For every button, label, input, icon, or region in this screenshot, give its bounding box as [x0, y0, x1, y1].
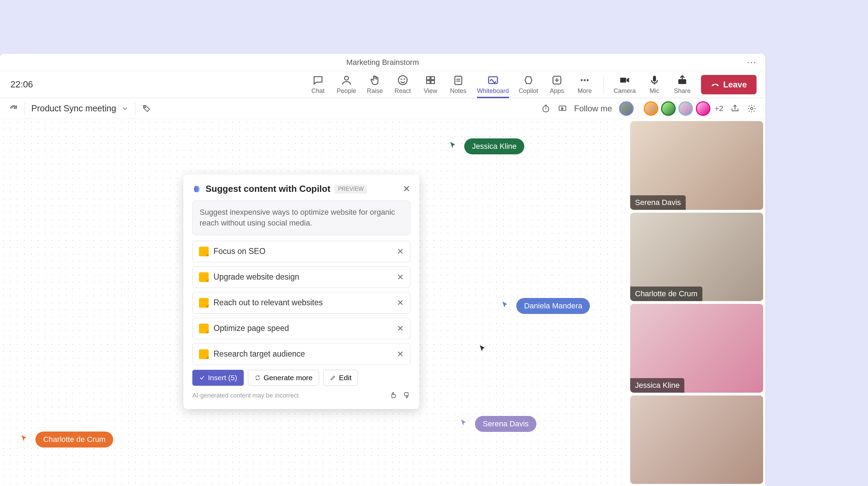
share-whiteboard-icon[interactable]	[730, 104, 740, 113]
toolbar-divider	[603, 76, 604, 93]
react-button[interactable]: React	[394, 74, 412, 95]
more-icon	[579, 74, 591, 86]
svg-rect-8	[455, 76, 462, 85]
settings-icon[interactable]	[747, 104, 757, 113]
chat-button[interactable]: Chat	[309, 74, 327, 95]
remove-suggestion-button[interactable]: ✕	[397, 298, 404, 308]
react-icon	[397, 74, 409, 86]
leave-button[interactable]: Leave	[701, 75, 757, 94]
avatar-overflow[interactable]: +2	[715, 104, 723, 113]
generate-more-button[interactable]: Generate more	[248, 370, 319, 386]
insert-button[interactable]: Insert (5)	[192, 370, 244, 386]
video-tile[interactable]: Jessica Kline	[630, 304, 763, 393]
copilot-logo-icon	[192, 185, 201, 194]
suggestion-item[interactable]: Upgrade website design ✕	[192, 266, 410, 288]
thumbs-up-button[interactable]	[390, 391, 397, 400]
cursor-jessica: Jessica Kline	[450, 136, 524, 154]
remove-suggestion-button[interactable]: ✕	[397, 324, 404, 333]
camera-icon	[619, 74, 631, 86]
svg-rect-9	[489, 77, 498, 84]
titlebar: Marketing Brainstorm ···	[0, 54, 765, 71]
apps-button[interactable]: Apps	[548, 74, 566, 95]
whiteboard-header: Product Sync meeting Follow me	[0, 98, 765, 119]
notes-button[interactable]: Notes	[449, 74, 467, 95]
meeting-toolbar: 22:06 Chat People Raise React View	[0, 71, 765, 98]
redo-icon[interactable]	[9, 104, 18, 113]
cursor-icon	[460, 419, 467, 426]
edit-button[interactable]: Edit	[323, 370, 358, 386]
remove-suggestion-button[interactable]: ✕	[397, 272, 404, 282]
copilot-button[interactable]: Copilot	[519, 74, 538, 95]
svg-rect-6	[426, 80, 430, 84]
main-content: Jessica Kline Daniela Mandera Serena Dav…	[0, 119, 765, 486]
remove-suggestion-button[interactable]: ✕	[397, 349, 404, 359]
cursor-charlotte: Charlotte de Crum	[21, 429, 113, 447]
copilot-prompt[interactable]: Suggest inexpensive ways to optimize web…	[192, 201, 410, 235]
ai-disclaimer: AI-generated content may be incorrect	[192, 392, 299, 399]
apps-icon	[551, 74, 563, 86]
more-options-icon[interactable]: ···	[747, 57, 757, 68]
divider	[135, 102, 135, 115]
cursor-daniela: Daniela Mandera	[502, 296, 590, 314]
whiteboard-button[interactable]: Whiteboard	[477, 74, 509, 98]
remove-suggestion-button[interactable]: ✕	[397, 247, 404, 256]
svg-point-0	[344, 76, 348, 80]
svg-point-1	[398, 76, 407, 85]
follow-me-label[interactable]: Follow me	[574, 104, 612, 113]
mic-icon	[649, 74, 660, 86]
preview-badge: PREVIEW	[335, 185, 367, 194]
sticky-note-icon	[199, 349, 209, 359]
svg-rect-7	[431, 80, 434, 84]
svg-point-16	[144, 106, 145, 108]
video-tile[interactable]: Charlotte de Crum	[630, 213, 763, 301]
copilot-icon	[523, 74, 534, 86]
avatar[interactable]	[644, 101, 658, 116]
copilot-panel: Suggest content with Copilot PREVIEW ✕ S…	[183, 174, 419, 409]
mic-button[interactable]: Mic	[645, 74, 663, 95]
svg-rect-4	[426, 77, 430, 80]
copilot-title: Suggest content with Copilot	[206, 184, 331, 194]
cursor-anon	[479, 344, 486, 353]
suggestion-item[interactable]: Optimize page speed ✕	[192, 318, 410, 339]
view-button[interactable]: View	[422, 74, 440, 95]
cursor-icon	[450, 141, 457, 149]
thumbs-down-icon	[403, 391, 410, 399]
avatar[interactable]	[661, 101, 676, 116]
timer-icon[interactable]	[541, 104, 551, 113]
notes-icon	[452, 74, 464, 86]
raise-hand-button[interactable]: Raise	[366, 74, 384, 95]
whiteboard-title-dropdown[interactable]: Product Sync meeting	[31, 103, 129, 113]
avatar[interactable]	[696, 101, 710, 116]
svg-rect-5	[431, 77, 434, 80]
avatar[interactable]	[678, 101, 693, 116]
tag-icon[interactable]	[142, 104, 151, 113]
sticky-note-icon	[199, 298, 209, 308]
raise-hand-icon	[369, 74, 381, 86]
check-icon	[199, 375, 205, 381]
more-button[interactable]: More	[576, 74, 594, 95]
camera-button[interactable]: Camera	[614, 74, 636, 95]
svg-point-12	[584, 79, 586, 81]
divider	[25, 102, 25, 115]
avatar[interactable]	[619, 101, 634, 116]
suggestion-item[interactable]: Reach out to relevant websites ✕	[192, 292, 410, 314]
whiteboard-canvas[interactable]: Jessica Kline Daniela Mandera Serena Dav…	[0, 119, 628, 486]
share-button[interactable]: Share	[673, 74, 691, 95]
svg-point-13	[587, 79, 589, 81]
close-button[interactable]: ✕	[403, 184, 410, 194]
svg-point-3	[404, 79, 404, 79]
svg-point-19	[751, 107, 753, 110]
suggestion-item[interactable]: Focus on SEO ✕	[192, 241, 410, 262]
people-button[interactable]: People	[337, 74, 356, 95]
thumbs-down-button[interactable]	[403, 391, 410, 400]
video-panel: Serena Davis Charlotte de Crum Jessica K…	[628, 119, 765, 486]
present-icon[interactable]	[558, 104, 567, 113]
leave-icon	[711, 80, 720, 89]
suggestion-item[interactable]: Research target audience ✕	[192, 343, 410, 365]
chat-icon	[312, 74, 324, 86]
video-tile[interactable]: Serena Davis	[630, 121, 763, 210]
participant-avatars[interactable]: +2	[619, 101, 723, 116]
share-icon	[676, 74, 688, 86]
sticky-note-icon	[199, 247, 209, 256]
video-tile[interactable]	[630, 395, 763, 484]
